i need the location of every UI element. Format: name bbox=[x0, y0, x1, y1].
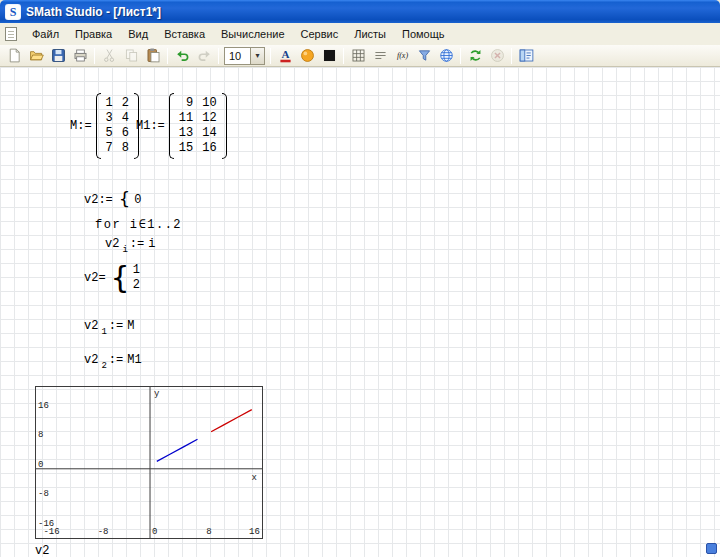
filter-button[interactable] bbox=[413, 46, 435, 66]
assign2-subscript: 2 bbox=[101, 361, 106, 371]
window-title: SMath Studio - [Лист1*] bbox=[26, 5, 161, 19]
right-paren-icon bbox=[222, 93, 227, 159]
v2-program-definition[interactable]: v2:= { 0 bbox=[84, 189, 141, 210]
svg-text:8: 8 bbox=[38, 430, 43, 440]
loop-rhs: i bbox=[148, 237, 155, 251]
align-button[interactable] bbox=[369, 46, 391, 66]
assign1-subscript: 1 bbox=[101, 327, 106, 337]
open-button[interactable] bbox=[25, 46, 47, 66]
font-color-button[interactable]: A bbox=[274, 46, 296, 66]
toolbar-separator bbox=[460, 48, 461, 64]
new-button[interactable] bbox=[3, 46, 25, 66]
svg-text:0: 0 bbox=[152, 527, 157, 537]
menu-sheets[interactable]: Листы bbox=[346, 24, 394, 44]
cut-button[interactable] bbox=[98, 46, 120, 66]
loop-var-base: v2 bbox=[105, 237, 119, 251]
svg-text:x: x bbox=[252, 473, 257, 483]
worksheet[interactable]: M:= 12345678 M1:= 910111213141516 v2:= {… bbox=[0, 67, 720, 557]
assignment-v2-2[interactable]: v22:=M1 bbox=[84, 353, 142, 369]
svg-text:y: y bbox=[154, 389, 160, 399]
matrix-definition-m1[interactable]: M1:= 910111213141516 bbox=[136, 93, 227, 159]
matrix-m1-values: 910111213141516 bbox=[174, 93, 222, 159]
save-button[interactable] bbox=[47, 46, 69, 66]
menubar-items: ФайлПравкаВидВставкаВычислениеСервисЛист… bbox=[24, 24, 453, 44]
menubar: ФайлПравкаВидВставкаВычислениеСервисЛист… bbox=[0, 23, 720, 45]
v2-result[interactable]: v2= { 1 2 bbox=[84, 263, 140, 293]
loop-var-subscript: i bbox=[122, 245, 127, 255]
toolbar-separator bbox=[167, 48, 168, 64]
worksheet-document-icon bbox=[5, 27, 17, 41]
toolbar: 10▾Af(x) bbox=[0, 45, 720, 67]
assignment-v2-1[interactable]: v21:=M bbox=[84, 319, 134, 335]
menu-file[interactable]: Файл bbox=[24, 24, 67, 44]
menu-calculation[interactable]: Вычисление bbox=[213, 24, 293, 44]
function-button[interactable]: f(x) bbox=[391, 46, 413, 66]
svg-text:-8: -8 bbox=[98, 527, 109, 537]
matrix-m-values: 12345678 bbox=[101, 93, 134, 159]
v2-result-row-2: 2 bbox=[133, 278, 140, 293]
svg-text:-8: -8 bbox=[38, 489, 49, 499]
plot-expression[interactable]: v2 bbox=[35, 544, 49, 557]
loop-body-line[interactable]: v2i:=i bbox=[105, 237, 155, 253]
svg-text:f(x): f(x) bbox=[396, 51, 408, 60]
v2-result-row-1: 1 bbox=[133, 263, 140, 278]
menu-insert[interactable]: Вставка bbox=[156, 24, 213, 44]
toolbar-separator bbox=[511, 48, 512, 64]
print-button[interactable] bbox=[69, 46, 91, 66]
menu-help[interactable]: Помощь bbox=[394, 24, 453, 44]
chevron-down-icon[interactable]: ▾ bbox=[250, 48, 264, 64]
paste-button[interactable] bbox=[142, 46, 164, 66]
assign1-base: v2 bbox=[84, 319, 98, 333]
assign2-rhs: M1 bbox=[127, 353, 141, 367]
matrix-button[interactable] bbox=[347, 46, 369, 66]
panels-button[interactable] bbox=[515, 46, 537, 66]
v2-result-values: 1 2 bbox=[133, 263, 140, 293]
assign-operator: := bbox=[109, 319, 123, 333]
matrix-definition-m[interactable]: M:= 12345678 bbox=[70, 93, 139, 159]
copy-button[interactable] bbox=[120, 46, 142, 66]
toolbar-separator bbox=[343, 48, 344, 64]
assign-operator: := bbox=[130, 237, 144, 251]
toolbar-items: 10▾Af(x) bbox=[3, 46, 537, 66]
titlebar[interactable]: S SMath Studio - [Лист1*] bbox=[0, 0, 720, 23]
smath-window: S SMath Studio - [Лист1*] ФайлПравкаВидВ… bbox=[0, 0, 720, 557]
interrupt-button[interactable] bbox=[486, 46, 508, 66]
plot-region[interactable]: 1680-8-16-16-80816yx bbox=[35, 386, 263, 539]
svg-text:8: 8 bbox=[206, 527, 211, 537]
menu-tools[interactable]: Сервис bbox=[293, 24, 347, 44]
assign-operator: := bbox=[109, 353, 123, 367]
toolbar-separator bbox=[270, 48, 271, 64]
toolbar-separator bbox=[218, 48, 219, 64]
matrix-m: 12345678 bbox=[96, 93, 139, 159]
assign1-rhs: M bbox=[127, 319, 134, 333]
svg-text:16: 16 bbox=[249, 527, 260, 537]
undo-button[interactable] bbox=[171, 46, 193, 66]
plot-svg: 1680-8-16-16-80816yx bbox=[36, 387, 262, 538]
border-button[interactable] bbox=[318, 46, 340, 66]
web-button[interactable] bbox=[435, 46, 457, 66]
v2-result-lhs: v2= bbox=[84, 271, 106, 285]
open-brace-icon: { bbox=[119, 188, 130, 209]
toolbar-separator bbox=[94, 48, 95, 64]
recalculate-button[interactable] bbox=[464, 46, 486, 66]
background-color-button[interactable] bbox=[296, 46, 318, 66]
v2-def-first-line: 0 bbox=[134, 193, 141, 207]
corner-marker bbox=[706, 543, 717, 554]
font-size-value: 10 bbox=[225, 48, 250, 64]
for-loop-line[interactable]: for i∈1..2 bbox=[95, 217, 182, 232]
app-icon: S bbox=[5, 4, 21, 20]
svg-text:-16: -16 bbox=[43, 527, 59, 537]
matrix-m1-label: M1:= bbox=[136, 119, 165, 133]
v2-def-lhs: v2:= bbox=[84, 193, 113, 207]
font-size-select[interactable]: 10▾ bbox=[224, 47, 265, 65]
svg-text:A: A bbox=[281, 48, 289, 60]
open-brace-icon: { bbox=[111, 263, 130, 293]
matrix-m-label: M:= bbox=[70, 119, 92, 133]
redo-button[interactable] bbox=[193, 46, 215, 66]
matrix-m1: 910111213141516 bbox=[169, 93, 227, 159]
svg-text:0: 0 bbox=[38, 460, 43, 470]
svg-text:16: 16 bbox=[38, 401, 49, 411]
assign2-base: v2 bbox=[84, 353, 98, 367]
menu-edit[interactable]: Правка bbox=[67, 24, 120, 44]
menu-view[interactable]: Вид bbox=[120, 24, 156, 44]
